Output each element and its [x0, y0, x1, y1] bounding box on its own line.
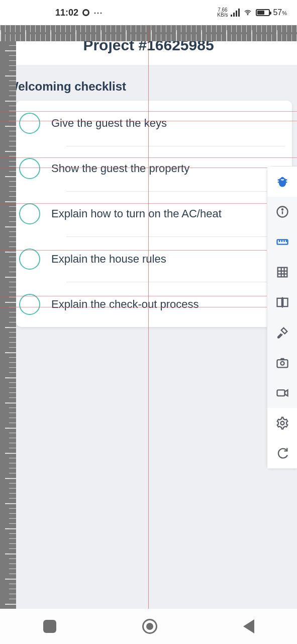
debug-camera-button[interactable] — [267, 348, 297, 378]
app-content: Project #16625985 Welcoming checklist Gi… — [0, 25, 297, 609]
nav-back-button[interactable] — [243, 619, 254, 633]
checklist-item[interactable]: Explain the house rules — [16, 236, 292, 282]
debug-video-button[interactable] — [267, 378, 297, 408]
svg-marker-20 — [284, 390, 287, 396]
rotate-icon — [275, 446, 289, 460]
status-time: 11:02 — [55, 8, 78, 18]
status-more-icon: ⋯ — [93, 7, 104, 18]
debug-bug-button[interactable] — [267, 167, 297, 197]
wifi-icon — [243, 9, 253, 17]
debug-toolbar — [267, 166, 297, 469]
checklist-item[interactable]: Give the guest the keys — [16, 101, 292, 146]
grid-icon — [275, 265, 289, 279]
checklist-item-label: Explain the house rules — [51, 253, 166, 266]
status-network-speed: 7.66 KB/s — [217, 8, 228, 18]
status-record-icon — [82, 9, 89, 16]
debug-rotate-button[interactable] — [267, 438, 297, 468]
status-left: 11:02 ⋯ — [55, 7, 104, 18]
camera-icon — [275, 356, 289, 370]
battery-percent: 57% — [273, 8, 287, 17]
debug-settings-button[interactable] — [267, 408, 297, 438]
status-right: 7.66 KB/s 57% — [217, 8, 287, 18]
checkbox-circle[interactable] — [19, 249, 40, 270]
svg-rect-14 — [277, 298, 281, 306]
checklist-item-label: Explain how to turn on the AC/heat — [51, 207, 222, 220]
svg-point-0 — [248, 14, 248, 15]
checklist-item[interactable]: Explain the check-out process — [16, 282, 292, 327]
info-icon — [275, 205, 289, 219]
video-icon — [275, 386, 289, 400]
compare-icon — [275, 295, 289, 309]
svg-point-21 — [280, 422, 284, 425]
svg-rect-9 — [277, 268, 287, 277]
section-title: Welcoming checklist — [0, 65, 297, 101]
checklist-item[interactable]: Explain how to turn on the AC/heat — [16, 191, 292, 236]
checklist-card: Give the guest the keysShow the guest th… — [16, 101, 292, 327]
eyedropper-icon — [275, 326, 289, 340]
nav-recent-button[interactable] — [43, 620, 56, 633]
checkbox-circle[interactable] — [19, 158, 40, 179]
checkbox-circle[interactable] — [19, 113, 40, 134]
checklist-item-label: Explain the check-out process — [51, 298, 199, 311]
battery-icon — [256, 9, 270, 16]
status-bar: 11:02 ⋯ 7.66 KB/s 57% — [0, 0, 297, 25]
checklist-item-label: Give the guest the keys — [51, 117, 167, 130]
bug-icon — [275, 175, 289, 189]
system-nav-bar — [0, 609, 297, 644]
checkbox-circle[interactable] — [19, 294, 40, 315]
debug-compare-button[interactable] — [267, 287, 297, 317]
svg-rect-15 — [283, 298, 287, 306]
debug-grid-button[interactable] — [267, 257, 297, 287]
nav-home-button[interactable] — [142, 619, 157, 634]
debug-ruler-button[interactable] — [267, 227, 297, 257]
settings-icon — [275, 416, 289, 430]
debug-ruler-left — [0, 25, 16, 609]
svg-point-18 — [280, 362, 284, 365]
debug-info-button[interactable] — [267, 197, 297, 227]
checklist-item-label: Show the guest the property — [51, 162, 189, 175]
debug-eyedropper-button[interactable] — [267, 317, 297, 348]
status-speed-unit: KB/s — [217, 13, 228, 18]
checkbox-circle[interactable] — [19, 203, 40, 224]
checklist-item[interactable]: Show the guest the property — [16, 146, 292, 191]
svg-point-3 — [281, 209, 282, 210]
ruler-icon — [275, 235, 289, 249]
signal-icon — [231, 9, 240, 17]
svg-rect-17 — [277, 360, 287, 367]
svg-rect-19 — [277, 390, 284, 396]
debug-ruler-top — [0, 25, 297, 41]
